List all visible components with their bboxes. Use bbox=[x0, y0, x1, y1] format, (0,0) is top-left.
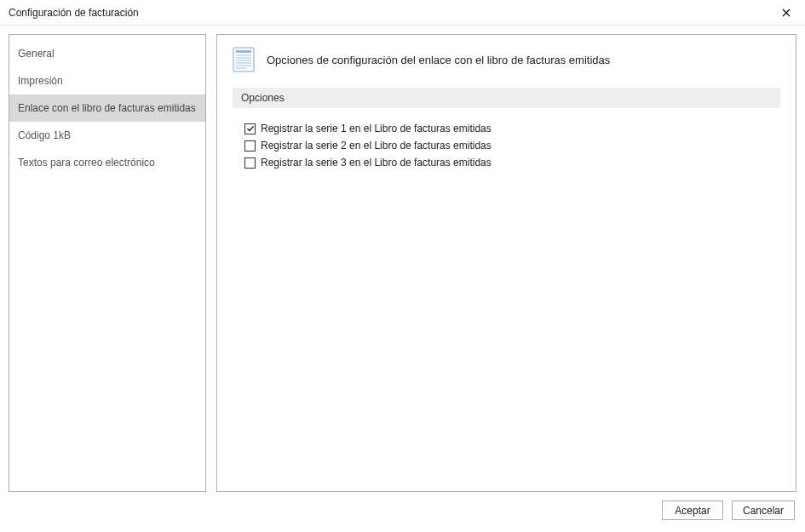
titlebar: Configuración de facturación bbox=[0, 0, 805, 26]
button-label: Cancelar bbox=[743, 505, 784, 517]
dialog-body: General Impresión Enlace con el libro de… bbox=[0, 26, 805, 492]
sidebar-item-label: Enlace con el libro de facturas emitidas bbox=[18, 102, 196, 114]
content-panel: Opciones de configuración del enlace con… bbox=[216, 34, 796, 492]
section-header-opciones: Opciones bbox=[233, 88, 780, 108]
close-icon bbox=[782, 9, 791, 17]
button-label: Aceptar bbox=[675, 505, 710, 517]
option-row-serie-2: Registrar la serie 2 en el Libro de fact… bbox=[233, 137, 780, 154]
check-icon bbox=[246, 124, 255, 133]
window-title: Configuración de facturación bbox=[9, 7, 139, 19]
sidebar-item-codigo-1kb[interactable]: Código 1kB bbox=[9, 122, 205, 149]
sidebar-item-impresion[interactable]: Impresión bbox=[9, 67, 205, 94]
option-label: Registrar la serie 1 en el Libro de fact… bbox=[261, 123, 492, 134]
sidebar-item-label: Impresión bbox=[18, 75, 63, 87]
cancel-button[interactable]: Cancelar bbox=[732, 501, 795, 520]
svg-rect-1 bbox=[236, 50, 251, 53]
document-icon bbox=[233, 47, 255, 72]
option-label: Registrar la serie 3 en el Libro de fact… bbox=[261, 157, 492, 169]
sidebar-item-label: Código 1kB bbox=[18, 129, 71, 141]
sidebar: General Impresión Enlace con el libro de… bbox=[9, 34, 206, 492]
option-row-serie-3: Registrar la serie 3 en el Libro de fact… bbox=[233, 154, 780, 171]
option-label: Registrar la serie 2 en el Libro de fact… bbox=[261, 140, 492, 152]
sidebar-item-label: General bbox=[18, 48, 55, 60]
footer: Aceptar Cancelar bbox=[0, 492, 805, 532]
accept-button[interactable]: Aceptar bbox=[662, 501, 723, 520]
close-button[interactable] bbox=[774, 1, 798, 25]
sidebar-item-enlace-libro[interactable]: Enlace con el libro de facturas emitidas bbox=[9, 94, 205, 122]
content-header: Opciones de configuración del enlace con… bbox=[233, 47, 780, 72]
sidebar-item-general[interactable]: General bbox=[9, 40, 205, 67]
option-row-serie-1: Registrar la serie 1 en el Libro de fact… bbox=[233, 120, 780, 137]
checkbox-serie-1[interactable] bbox=[244, 123, 256, 134]
checkbox-serie-2[interactable] bbox=[244, 140, 256, 152]
content-title: Opciones de configuración del enlace con… bbox=[267, 54, 610, 66]
sidebar-item-label: Textos para correo electrónico bbox=[18, 157, 155, 169]
sidebar-item-textos-correo[interactable]: Textos para correo electrónico bbox=[9, 149, 205, 176]
checkbox-serie-3[interactable] bbox=[244, 157, 256, 169]
